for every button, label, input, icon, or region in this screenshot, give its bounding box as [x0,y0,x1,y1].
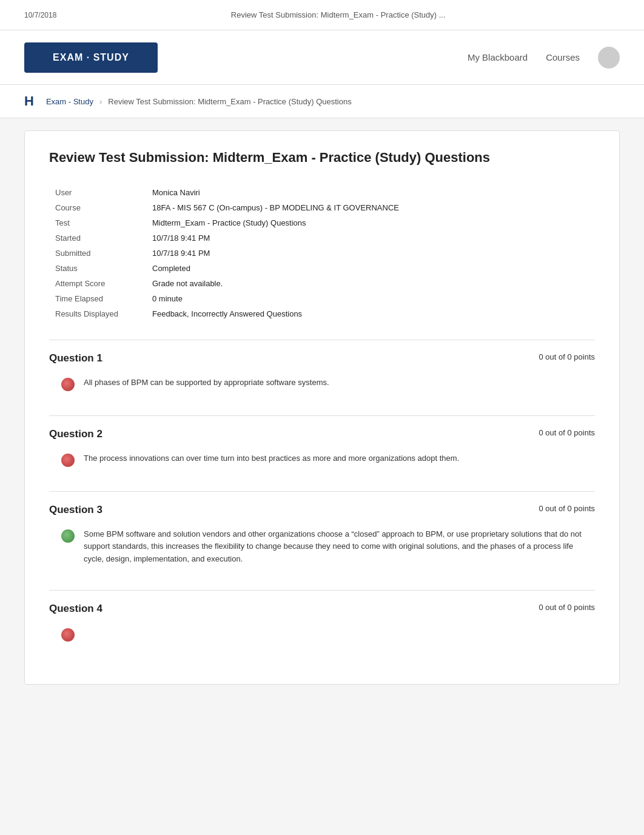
info-row: Submitted10/7/18 9:41 PM [49,246,474,261]
info-row: Attempt ScoreGrade not available. [49,276,474,291]
question-score-2: 0 out of 0 points [538,428,595,437]
my-blackboard-link[interactable]: My Blackboard [468,52,528,62]
question-score-3: 0 out of 0 points [538,504,595,513]
info-value: 10/7/18 9:41 PM [146,246,474,261]
question-score-4: 0 out of 0 points [538,603,595,612]
breadcrumb-separator: › [99,97,102,106]
breadcrumb-current: Review Test Submission: Midterm_Exam - P… [108,97,351,106]
question-title-1: Question 1 [49,352,102,364]
question-section-3: Question 30 out of 0 pointsSome BPM soft… [49,491,595,584]
question-body-2: The process innovations can over time tu… [61,452,595,485]
info-row: Time Elapsed0 minute [49,291,474,306]
question-section-2: Question 20 out of 0 pointsThe process i… [49,415,595,485]
info-label: Status [49,261,146,276]
header: EXAM · STUDY My Blackboard Courses [0,30,644,85]
info-row: UserMonica Naviri [49,185,474,200]
info-value: Monica Naviri [146,185,474,200]
breadcrumb-exam-study[interactable]: Exam - Study [46,97,93,106]
info-label: Started [49,230,146,246]
info-value: 10/7/18 9:41 PM [146,230,474,246]
question-body-3: Some BPM software and solution vendors a… [61,528,595,584]
question-section-4: Question 40 out of 0 points [49,590,595,660]
question-header-2: Question 20 out of 0 points [49,428,595,440]
info-row: Results DisplayedFeedback, Incorrectly A… [49,306,474,321]
question-text-2: The process innovations can over time tu… [84,452,595,465]
top-bar-date: 10/7/2018 [24,11,56,19]
question-header-1: Question 10 out of 0 points [49,352,595,364]
main-content: Review Test Submission: Midterm_Exam - P… [24,130,620,685]
answer-indicator-4 [61,628,75,642]
info-value: 18FA - MIS 567 C (On-campus) - BP MODELI… [146,200,474,215]
questions-container: Question 10 out of 0 pointsAll phases of… [49,340,595,660]
question-text-3: Some BPM software and solution vendors a… [84,528,595,566]
answer-indicator-3 [61,529,75,543]
breadcrumb-home[interactable]: H [24,93,34,109]
info-row: Course18FA - MIS 567 C (On-campus) - BP … [49,200,474,215]
courses-link[interactable]: Courses [546,52,580,62]
info-row: TestMidterm_Exam - Practice (Study) Ques… [49,215,474,230]
question-score-1: 0 out of 0 points [538,352,595,361]
question-section-1: Question 10 out of 0 pointsAll phases of… [49,340,595,409]
info-value: 0 minute [146,291,474,306]
top-bar: 10/7/2018 Review Test Submission: Midter… [0,0,644,30]
info-label: Time Elapsed [49,291,146,306]
answer-indicator-2 [61,454,75,467]
page-title: Review Test Submission: Midterm_Exam - P… [49,149,595,167]
info-label: Test [49,215,146,230]
breadcrumb-bar: H Exam - Study › Review Test Submission:… [0,85,644,118]
question-body-1: All phases of BPM can be supported by ap… [61,377,595,409]
info-label: Attempt Score [49,276,146,291]
info-label: Course [49,200,146,215]
question-header-3: Question 30 out of 0 points [49,504,595,516]
info-value: Feedback, Incorrectly Answered Questions [146,306,474,321]
header-nav: My Blackboard Courses [468,47,620,69]
info-label: Submitted [49,246,146,261]
question-title-4: Question 4 [49,603,102,615]
top-bar-title: Review Test Submission: Midterm_Exam - P… [56,10,620,19]
info-value: Grade not available. [146,276,474,291]
question-text-1: All phases of BPM can be supported by ap… [84,377,595,389]
answer-indicator-1 [61,378,75,391]
question-body-4 [61,627,595,660]
logo-button[interactable]: EXAM · STUDY [24,42,158,73]
question-header-4: Question 40 out of 0 points [49,603,595,615]
info-value: Midterm_Exam - Practice (Study) Question… [146,215,474,230]
question-title-3: Question 3 [49,504,102,516]
info-value: Completed [146,261,474,276]
info-table: UserMonica NaviriCourse18FA - MIS 567 C … [49,185,474,321]
avatar[interactable] [598,47,620,69]
info-label: User [49,185,146,200]
info-label: Results Displayed [49,306,146,321]
info-row: Started10/7/18 9:41 PM [49,230,474,246]
question-title-2: Question 2 [49,428,102,440]
info-row: StatusCompleted [49,261,474,276]
